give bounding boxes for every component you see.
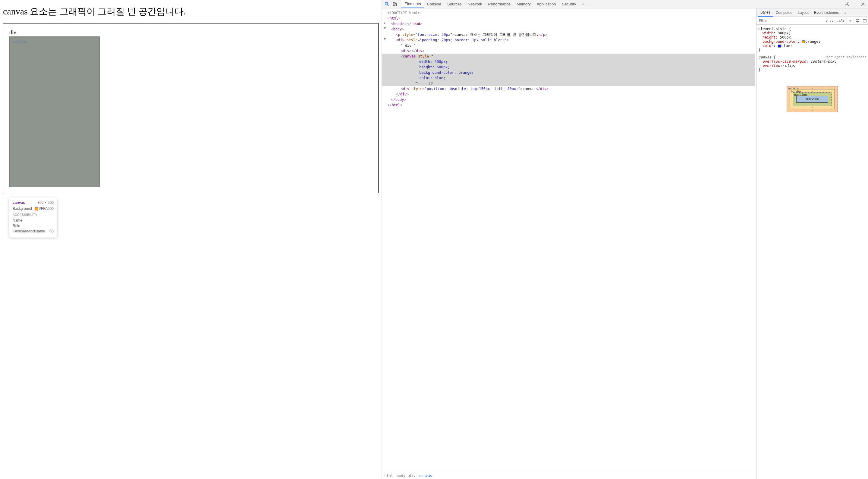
not-focusable-icon [50,229,54,233]
a11y-role-label: Role [13,224,20,228]
elements-panel: <!DOCTYPE html> <html> <head>⋯</head> <b… [382,8,756,479]
tab-network[interactable]: Network [465,0,485,8]
styles-panel: Styles Computed Layout Event Listeners »… [756,8,868,479]
color-swatch-orange [35,207,38,210]
rendered-page-pane: canvas 요소는 그래픽이 그려질 빈 공간입니다. div canvas … [0,0,382,479]
tab-security[interactable]: Security [559,0,579,8]
toggle-sidebar-icon[interactable] [861,17,868,24]
breadcrumb-div[interactable]: div [409,474,415,478]
breadcrumb-html[interactable]: html [384,474,393,478]
style-rules[interactable]: element.style { width: 300px; height: 50… [756,25,868,479]
breadcrumb-canvas[interactable]: canvas [419,474,432,478]
demo-container: div canvas [3,23,378,193]
hov-toggle[interactable]: :hov [824,17,835,24]
canvas-element[interactable]: canvas [9,36,100,187]
element-inspect-tooltip: canvas 300 × 500 Background #FFA500 ACCE… [9,198,57,238]
styletab-styles[interactable]: Styles [758,8,773,16]
tooltip-bg-label: Background [13,207,32,211]
tooltip-dimensions: 300 × 500 [37,201,54,205]
expand-icon[interactable] [783,64,784,67]
box-model: margin - - - - border - - - - padding [758,74,866,124]
tab-performance[interactable]: Performance [485,0,513,8]
styletab-computed[interactable]: Computed [773,8,795,16]
breadcrumb-body[interactable]: body [397,474,405,478]
style-filter-row: :hov .cls [756,17,868,25]
styletabs-overflow[interactable]: » [842,8,849,16]
tab-memory[interactable]: Memory [514,0,534,8]
doctype: <!DOCTYPE html> [387,11,420,15]
svg-point-5 [855,4,855,4]
a11y-kbfocus-label: Keyboard-focusable [13,229,45,233]
styletab-layout[interactable]: Layout [795,8,811,16]
swatch-blue-icon[interactable] [778,44,781,47]
close-icon[interactable] [859,0,867,8]
tooltip-bg-value: #FFA500 [39,207,54,211]
tab-application[interactable]: Application [534,0,559,8]
devtools-toolbar: Elements Console Sources Network Perform… [382,0,868,8]
tab-console[interactable]: Console [424,0,444,8]
gear-icon[interactable] [843,0,851,8]
div-label: div [9,30,372,36]
a11y-name-label: Name [13,218,22,223]
more-vertical-icon[interactable] [851,0,859,8]
style-tabs: Styles Computed Layout Event Listeners » [756,8,868,17]
svg-rect-7 [856,19,859,22]
device-toggle-icon[interactable] [391,0,399,8]
svg-point-4 [855,2,855,3]
devtools-pane: Elements Console Sources Network Perform… [382,0,868,479]
cls-toggle[interactable]: .cls [835,17,846,24]
dom-tree[interactable]: <!DOCTYPE html> <html> <head>⋯</head> <b… [382,8,756,472]
rule-element-style: element.style { width: 300px; height: 50… [758,26,866,54]
page-heading: canvas 요소는 그래픽이 그려질 빈 공간입니다. [3,5,378,18]
device-mode-icon[interactable] [854,17,861,24]
separator [400,1,400,7]
tooltip-element-name: canvas [13,201,25,205]
tab-elements[interactable]: Elements [401,0,424,8]
inspect-icon[interactable] [383,0,391,8]
style-filter-input[interactable] [756,19,824,23]
styletab-eventlisteners[interactable]: Event Listeners [811,8,842,16]
tab-sources[interactable]: Sources [444,0,465,8]
rule-user-agent: user agent stylesheet canvas { overflow-… [758,54,866,74]
svg-rect-8 [863,19,866,22]
svg-point-3 [846,4,848,5]
new-style-rule-icon[interactable] [846,17,854,24]
accessibility-header: ACCESSIBILITY [13,213,54,216]
svg-point-6 [855,5,855,6]
canvas-overlay-label: canvas [13,38,27,45]
devtools-tabs: Elements Console Sources Network Perform… [401,0,843,8]
tabs-overflow[interactable]: » [579,0,587,8]
breadcrumbs: html body div canvas [382,472,756,479]
swatch-orange-icon[interactable] [802,40,805,43]
